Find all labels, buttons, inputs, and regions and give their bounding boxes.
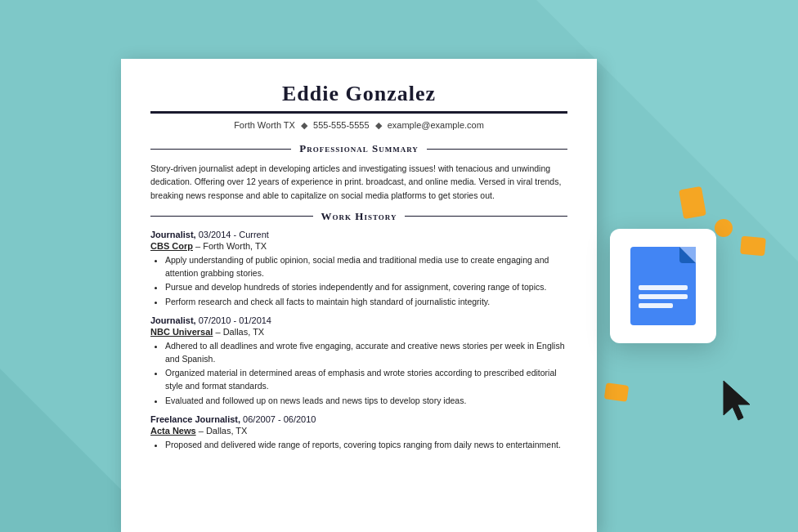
resume-name: Eddie Gonzalez bbox=[150, 82, 567, 106]
list-item: Apply understanding of public opinion, s… bbox=[165, 254, 567, 280]
list-item: Perform research and check all facts to … bbox=[165, 296, 567, 309]
work-line-left bbox=[150, 216, 313, 217]
contact-diamond-1: ◆ bbox=[301, 120, 307, 130]
list-item: Evaluated and followed up on news leads … bbox=[165, 395, 567, 408]
job-3-dash: – bbox=[199, 426, 206, 436]
contact-line: Forth Worth TX ◆ 555-555-5555 ◆ example@… bbox=[150, 120, 567, 131]
job-2-title: Journalist, bbox=[150, 315, 196, 325]
job-3-bullets: Proposed and delivered wide range of rep… bbox=[165, 439, 567, 452]
summary-text: Story-driven journalist adept in develop… bbox=[150, 162, 567, 202]
job-1-dash: – bbox=[195, 241, 203, 251]
job-2-title-line: Journalist, 07/2010 - 01/2014 bbox=[150, 315, 567, 325]
mouse-cursor bbox=[720, 379, 757, 427]
job-2-company: NBC Universal bbox=[150, 327, 213, 337]
work-history-heading: Work History bbox=[150, 210, 567, 223]
job-1-title: Journalist, bbox=[150, 230, 196, 239]
resume-content: Eddie Gonzalez Forth Worth TX ◆ 555-555-… bbox=[121, 59, 597, 472]
name-underline bbox=[150, 111, 567, 114]
work-history-title: Work History bbox=[313, 210, 406, 223]
job-1-bullets: Apply understanding of public opinion, s… bbox=[165, 254, 567, 309]
list-item: Pursue and develop hundreds of stories i… bbox=[165, 281, 567, 294]
gdocs-page bbox=[630, 247, 696, 325]
job-1-title-line: Journalist, 03/2014 - Current bbox=[150, 230, 567, 239]
gdocs-line-1 bbox=[639, 285, 688, 290]
summary-line-left bbox=[150, 149, 291, 150]
job-3-dates: 06/2007 - 06/2010 bbox=[243, 414, 316, 424]
orange-shape-6 bbox=[604, 382, 630, 402]
job-2-dates: 07/2010 - 01/2014 bbox=[199, 315, 271, 325]
gdocs-line-3 bbox=[639, 303, 673, 308]
list-item: Adhered to all deadlines and wrote five … bbox=[165, 340, 567, 366]
resume-paper: Eddie Gonzalez Forth Worth TX ◆ 555-555-… bbox=[121, 59, 597, 532]
summary-line-right bbox=[427, 149, 567, 150]
job-3-title-line: Freelance Journalist, 06/2007 - 06/2010 bbox=[150, 414, 567, 424]
contact-location: Forth Worth TX bbox=[234, 120, 295, 130]
orange-shape-2 bbox=[715, 219, 733, 237]
job-3-location: Dallas, TX bbox=[206, 426, 248, 436]
summary-heading: Professional Summary bbox=[150, 142, 567, 155]
job-1-company-line: CBS Corp – Forth Worth, TX bbox=[150, 241, 567, 251]
list-item: Organized material in determined areas o… bbox=[165, 367, 567, 393]
job-3-company-line: Acta News – Dallas, TX bbox=[150, 426, 567, 436]
contact-email: example@example.com bbox=[388, 120, 484, 130]
job-1-dates: 03/2014 - Current bbox=[199, 230, 269, 239]
orange-shape-3 bbox=[740, 236, 766, 257]
job-1-company: CBS Corp bbox=[150, 241, 193, 251]
job-3-title: Freelance Journalist, bbox=[150, 414, 240, 424]
gdocs-lines bbox=[639, 285, 688, 312]
summary-title: Professional Summary bbox=[291, 142, 427, 155]
svg-marker-0 bbox=[724, 381, 750, 420]
job-3-company: Acta News bbox=[150, 426, 196, 436]
job-1-location: Forth Worth, TX bbox=[203, 241, 267, 251]
list-item: Proposed and delivered wide range of rep… bbox=[165, 439, 567, 452]
name-text: Eddie Gonzalez bbox=[282, 82, 436, 105]
gdocs-inner bbox=[630, 247, 696, 325]
gdocs-line-2 bbox=[639, 294, 688, 299]
orange-shape-1 bbox=[679, 186, 706, 219]
work-line-right bbox=[405, 216, 567, 217]
gdocs-icon bbox=[610, 229, 716, 343]
contact-phone: 555-555-5555 bbox=[313, 120, 370, 130]
contact-diamond-2: ◆ bbox=[375, 120, 382, 130]
job-2-company-line: NBC Universal – Dallas, TX bbox=[150, 327, 567, 337]
job-2-bullets: Adhered to all deadlines and wrote five … bbox=[165, 340, 567, 408]
job-2-location: Dallas, TX bbox=[223, 327, 265, 337]
job-2-dash: – bbox=[215, 327, 222, 337]
